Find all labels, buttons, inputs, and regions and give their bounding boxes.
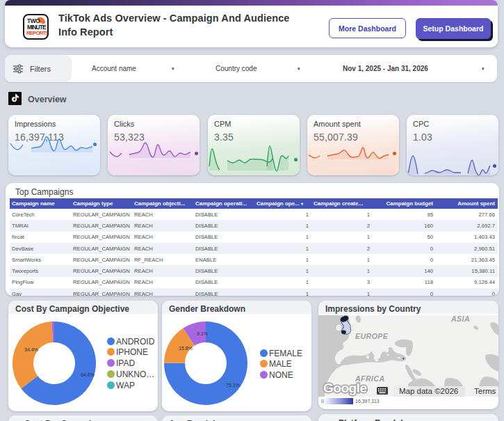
svg-text:EUROPE: EUROPE [355, 332, 389, 340]
svg-text:ASIA: ASIA [450, 315, 470, 323]
svg-text:Terms: Terms [474, 387, 496, 395]
svg-text:Google: Google [323, 381, 366, 395]
svg-text:Map data ©2026: Map data ©2026 [399, 387, 458, 395]
